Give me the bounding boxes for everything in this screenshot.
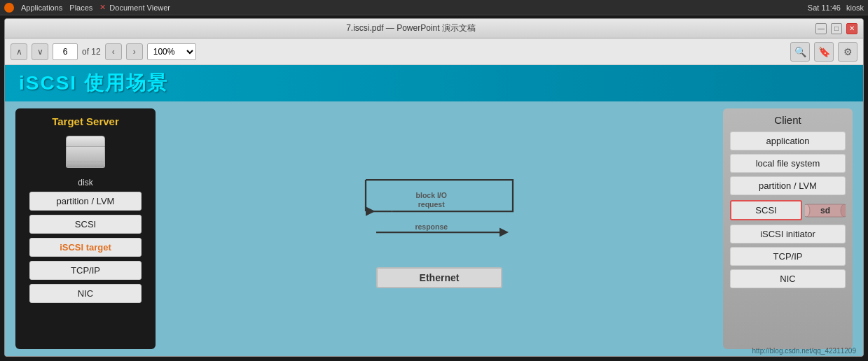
next-page-button[interactable]: ∨ [32, 43, 48, 60]
watermark: http://blog.csdn.net/qq_42311209 [752, 347, 856, 355]
disk-label: disk [78, 178, 92, 187]
scsi-server: SCSI [29, 215, 142, 234]
search-button[interactable]: 🔍 [790, 42, 810, 62]
slide-body: Target Server disk partition / LVM SCSI … [5, 101, 863, 356]
document-viewer-window: 7.iscsi.pdf — PowerPoint 演示文稿 — □ ✕ ∧ ∨ … [4, 18, 864, 357]
middle-area: block I/O request response Ethernet [166, 108, 712, 349]
iscsi-target-server: iSCSI target [29, 238, 142, 257]
toolbar: ∧ ∨ of 12 ‹ › 100% 50% 75% 125% 150% 200… [5, 38, 863, 65]
content-area: iSCSI 使用场景 Target Server disk partition … [5, 65, 863, 356]
page-total: of 12 [82, 47, 101, 57]
partition-lvm-server: partition / LVM [29, 192, 142, 211]
partition-lvm-client: partition / LVM [730, 176, 846, 195]
zoom-select[interactable]: 100% 50% 75% 125% 150% 200% [147, 43, 196, 60]
ethernet-box: Ethernet [376, 267, 502, 288]
firefox-icon [4, 3, 14, 13]
taskbar-docviewer[interactable]: ✕ Document Viewer [99, 3, 170, 12]
disk-icon [64, 134, 106, 169]
svg-text:response: response [415, 222, 448, 231]
prev-page-button[interactable]: ∧ [11, 43, 27, 60]
application-box: application [730, 132, 846, 150]
local-file-system-box: local file system [730, 154, 846, 173]
scsi-client-box: SCSI [730, 200, 802, 220]
sd-cylinder-icon: sd [805, 199, 846, 221]
target-server-title: Target Server [52, 115, 119, 127]
forward-button[interactable]: › [126, 43, 143, 60]
window-title: 7.iscsi.pdf — PowerPoint 演示文稿 [11, 22, 811, 34]
maximize-button[interactable]: □ [831, 23, 842, 34]
nic-client: NIC [730, 269, 846, 288]
taskbar-fox [4, 3, 14, 13]
slide-title: iSCSI 使用场景 [19, 70, 168, 97]
arrows-diagram: block I/O request response [320, 169, 558, 253]
settings-button[interactable]: ⚙ [838, 42, 857, 62]
minimize-button[interactable]: — [815, 23, 827, 34]
titlebar: 7.iscsi.pdf — PowerPoint 演示文稿 — □ ✕ [5, 19, 863, 38]
iscsi-initiator-box: iSCSI initiator [730, 225, 846, 243]
taskbar-applications[interactable]: Applications [21, 3, 62, 12]
client-panel: Client application local file system par… [723, 108, 853, 349]
tcpip-server: TCP/IP [29, 261, 142, 280]
scsi-sd-row: SCSI sd [730, 199, 846, 221]
target-server-panel: Target Server disk partition / LVM SCSI … [15, 108, 156, 349]
svg-point-9 [805, 204, 810, 217]
sd-cylinder-container: sd [805, 199, 846, 221]
taskbar: Applications Places ✕ Document Viewer Sa… [0, 0, 868, 15]
tcpip-client: TCP/IP [730, 247, 846, 266]
x-icon: ✕ [99, 3, 106, 12]
kiosk-label: kiosk [846, 3, 864, 12]
clock: Sat 11:46 [808, 3, 841, 12]
slide-header: iSCSI 使用场景 [5, 65, 863, 101]
nic-server: NIC [29, 284, 142, 303]
page-input[interactable] [53, 43, 78, 60]
taskbar-places[interactable]: Places [69, 3, 92, 12]
taskbar-right: Sat 11:46 kiosk [808, 3, 864, 12]
svg-point-10 [841, 204, 846, 217]
back-button[interactable]: ‹ [105, 43, 122, 60]
client-title: Client [774, 114, 801, 126]
svg-text:sd: sd [820, 206, 830, 215]
close-button[interactable]: ✕ [846, 23, 857, 34]
svg-text:block I/O: block I/O [416, 191, 447, 199]
bookmark-button[interactable]: 🔖 [814, 42, 834, 62]
svg-text:request: request [418, 200, 445, 208]
